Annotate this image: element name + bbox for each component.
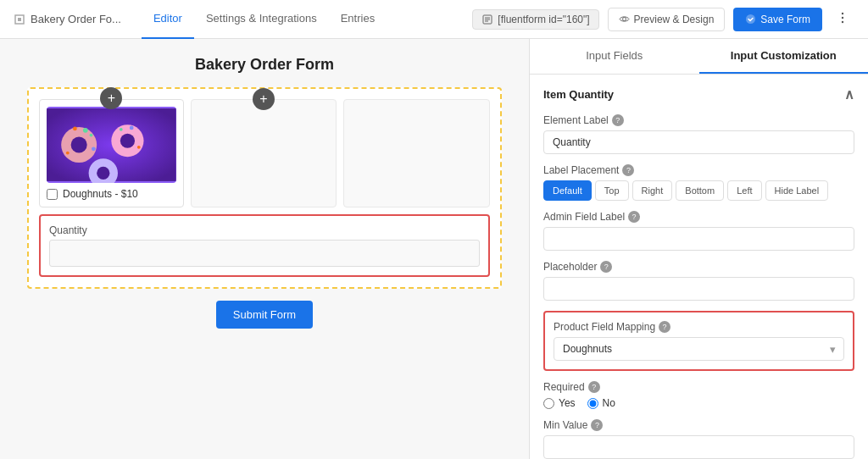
label-placement-help[interactable]: ? <box>622 164 634 176</box>
brand-label: Bakery Order Fo... <box>31 13 121 25</box>
placement-bottom[interactable]: Bottom <box>676 180 724 201</box>
admin-field-label-label: Admin Field Label ? <box>543 211 854 223</box>
label-placement-group: Label Placement ? Default Top Right Bott… <box>543 164 854 201</box>
editor-area: Bakery Order Form + <box>0 39 529 459</box>
donut-svg <box>47 107 176 183</box>
min-value-group: Min Value ? <box>543 419 854 459</box>
submit-button[interactable]: Submit Form <box>216 301 313 329</box>
form-icon <box>481 14 493 25</box>
svg-point-6 <box>842 13 843 14</box>
svg-point-14 <box>90 134 93 137</box>
placeholder-col-2: + <box>191 99 337 207</box>
admin-field-label-input[interactable] <box>543 227 854 251</box>
required-label: Required ? <box>543 381 854 393</box>
element-label-label: Element Label ? <box>543 114 854 126</box>
product-field-mapping-label: Product Field Mapping ? <box>554 321 844 333</box>
top-nav: Bakery Order Fo... Editor Settings & Int… <box>0 0 868 39</box>
placeholder-help[interactable]: ? <box>600 261 612 273</box>
element-label-help[interactable]: ? <box>612 114 624 126</box>
admin-field-label-group: Admin Field Label ? <box>543 211 854 251</box>
required-no-radio[interactable] <box>587 398 598 409</box>
add-field-btn-1[interactable]: + <box>100 87 122 109</box>
required-yes-radio[interactable] <box>543 398 554 409</box>
nav-right: [fluentform id="160"] Preview & Design S… <box>472 6 854 32</box>
form-id-badge[interactable]: [fluentform id="160"] <box>472 9 598 30</box>
required-radio-group: Yes No <box>543 397 854 409</box>
nav-brand: Bakery Order Fo... <box>14 13 121 25</box>
svg-point-12 <box>83 128 88 133</box>
placement-top[interactable]: Top <box>595 180 629 201</box>
more-options-button[interactable] <box>831 6 854 32</box>
placement-hide[interactable]: Hide Label <box>765 180 829 201</box>
brand-icon <box>14 14 25 25</box>
svg-point-13 <box>73 127 77 131</box>
right-panel: Input Fields Input Customization Item Qu… <box>529 39 868 459</box>
quantity-field-wrapper: Quantity <box>39 214 490 277</box>
form-title: Bakery Order Form <box>195 56 334 74</box>
svg-point-23 <box>97 167 109 180</box>
main-layout: Bakery Order Form + <box>0 39 868 459</box>
add-field-btn-2[interactable]: + <box>253 88 275 110</box>
product-checkbox-row: Doughnuts - $10 <box>47 188 176 200</box>
more-icon <box>836 11 849 25</box>
label-placement-options: Default Top Right Bottom Left Hide Label <box>543 180 854 201</box>
eye-icon <box>619 14 630 25</box>
admin-field-label-help[interactable]: ? <box>628 211 640 223</box>
product-col: + <box>39 99 184 207</box>
label-placement-label: Label Placement ? <box>543 164 854 176</box>
svg-point-4 <box>622 18 626 21</box>
svg-point-16 <box>66 152 70 155</box>
preview-button[interactable]: Preview & Design <box>608 8 726 31</box>
placeholder-label: Placeholder ? <box>543 261 854 273</box>
product-field-mapping-group: Product Field Mapping ? Doughnuts <box>543 311 854 371</box>
product-field-mapping-wrapper: Doughnuts <box>554 337 844 361</box>
quantity-input-box[interactable] <box>49 240 480 267</box>
placement-right[interactable]: Right <box>632 180 673 201</box>
save-button[interactable]: Save Form <box>733 8 822 31</box>
nav-tab-settings[interactable]: Settings & Integrations <box>194 0 329 39</box>
collapse-icon[interactable]: ∧ <box>844 86 854 102</box>
placeholder-input[interactable] <box>543 277 854 301</box>
section-title: Item Quantity <box>543 88 614 101</box>
svg-point-18 <box>120 134 135 148</box>
product-row: + <box>39 99 490 207</box>
placement-left[interactable]: Left <box>727 180 761 201</box>
svg-point-5 <box>746 14 755 24</box>
panel-tabs: Input Fields Input Customization <box>530 39 868 75</box>
nav-tab-editor[interactable]: Editor <box>142 0 194 39</box>
min-value-label: Min Value ? <box>543 419 854 431</box>
form-canvas: + <box>27 87 502 289</box>
product-image <box>47 107 176 183</box>
element-label-input[interactable] <box>543 130 854 154</box>
svg-point-11 <box>71 136 87 152</box>
tab-input-fields[interactable]: Input Fields <box>530 39 699 74</box>
min-value-input[interactable] <box>543 435 854 459</box>
svg-point-8 <box>842 21 843 23</box>
save-icon <box>745 14 756 25</box>
product-checkbox[interactable] <box>47 189 58 200</box>
svg-point-15 <box>92 147 96 151</box>
min-value-help[interactable]: ? <box>591 419 603 431</box>
product-label: Doughnuts - $10 <box>63 188 138 200</box>
product-field-mapping-help[interactable]: ? <box>659 321 670 333</box>
svg-point-7 <box>842 17 843 19</box>
form-id-text: [fluentform id="160"] <box>498 14 589 25</box>
nav-tabs: Editor Settings & Integrations Entries <box>142 0 387 39</box>
placement-default[interactable]: Default <box>543 180 592 201</box>
nav-tab-entries[interactable]: Entries <box>329 0 387 39</box>
svg-point-20 <box>120 128 123 131</box>
product-field-mapping-select[interactable]: Doughnuts <box>554 337 844 361</box>
required-help[interactable]: ? <box>588 381 600 393</box>
placeholder-col-3 <box>343 99 490 207</box>
element-label-group: Element Label ? <box>543 114 854 154</box>
required-group: Required ? Yes No <box>543 381 854 409</box>
quantity-label: Quantity <box>49 224 480 236</box>
required-yes-label[interactable]: Yes <box>543 397 576 409</box>
product-card: Doughnuts - $10 <box>39 99 184 207</box>
placeholder-group: Placeholder ? <box>543 261 854 301</box>
svg-point-19 <box>130 126 134 130</box>
tab-input-customization[interactable]: Input Customization <box>699 39 869 74</box>
required-no-label[interactable]: No <box>587 397 615 409</box>
panel-content: Item Quantity ∧ Element Label ? Label Pl… <box>530 75 868 459</box>
section-header: Item Quantity ∧ <box>543 86 854 102</box>
